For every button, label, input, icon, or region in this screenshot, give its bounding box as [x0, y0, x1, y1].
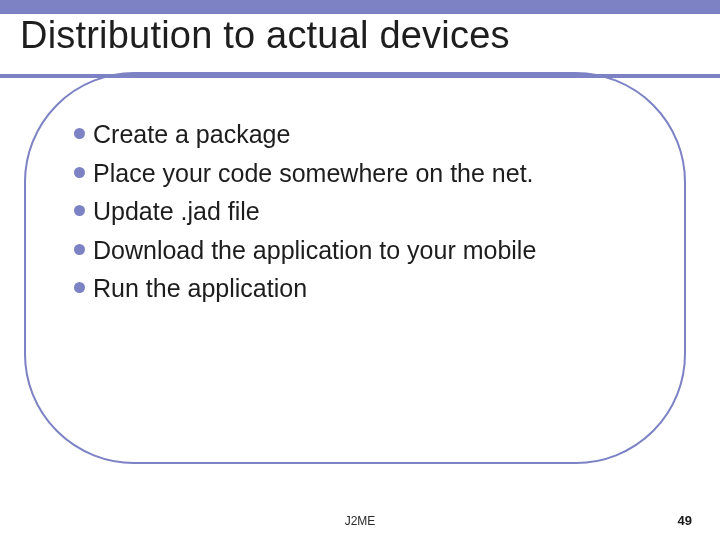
- slide-title: Distribution to actual devices: [20, 14, 700, 57]
- page-number: 49: [678, 513, 692, 528]
- bullet-dot-icon: [74, 167, 85, 178]
- footer-text: J2ME: [0, 514, 720, 528]
- bullet-dot-icon: [74, 244, 85, 255]
- bullet-dot-icon: [74, 205, 85, 216]
- bullet-text: Create a package: [93, 118, 290, 151]
- bullet-text: Download the application to your mobile: [93, 234, 536, 267]
- bullet-dot-icon: [74, 282, 85, 293]
- bullet-list: Create a package Place your code somewhe…: [74, 118, 670, 311]
- bullet-text: Run the application: [93, 272, 307, 305]
- list-item: Download the application to your mobile: [74, 234, 670, 267]
- list-item: Update .jad file: [74, 195, 670, 228]
- slide: Distribution to actual devices Create a …: [0, 0, 720, 540]
- list-item: Create a package: [74, 118, 670, 151]
- list-item: Place your code somewhere on the net.: [74, 157, 670, 190]
- bullet-text: Place your code somewhere on the net.: [93, 157, 534, 190]
- bullet-text: Update .jad file: [93, 195, 260, 228]
- list-item: Run the application: [74, 272, 670, 305]
- bullet-dot-icon: [74, 128, 85, 139]
- top-accent-band: [0, 0, 720, 14]
